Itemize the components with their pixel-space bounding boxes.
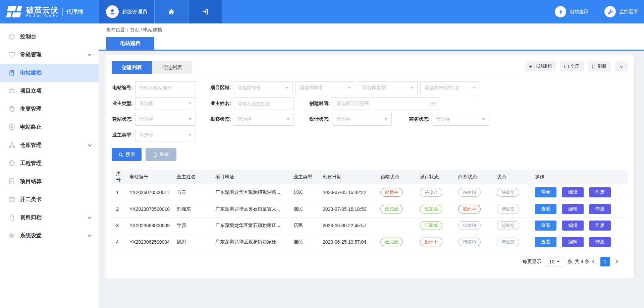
quick-link-ops-label: 监控运维 <box>619 9 638 15</box>
sidebar-item-archive[interactable]: 资料归档 <box>0 208 99 227</box>
monitor-icon <box>8 51 15 58</box>
filter-label-design-status: 设计状态: <box>309 116 330 122</box>
build-status-select[interactable]: 请选择 <box>135 113 196 126</box>
business-status-badge: 签约中 <box>458 205 481 213</box>
create-station-button[interactable]: + 电站建档 <box>525 61 556 71</box>
town-select[interactable]: 请选择村镇/街道 <box>420 81 480 94</box>
sidebar-item-warehouse[interactable]: 仓库管理 <box>0 136 99 154</box>
fullscreen-button[interactable]: 全屏 <box>560 61 584 71</box>
filter-form: 电站编号: 项目区域: 请选择省份 请选择城市 请选择县/区 请选择村镇/街道 … <box>112 81 628 161</box>
sidebar-item-card[interactable]: 开二类卡 <box>0 190 99 208</box>
filter-label-build-status: 建站状态: <box>112 116 133 122</box>
col-actions: 操作 <box>531 170 628 184</box>
filter-label-survey-status: 勘察状态: <box>211 116 231 122</box>
owner-type-select[interactable]: 请选择 <box>135 97 196 110</box>
owner-name-input[interactable] <box>233 97 294 110</box>
survey-status-select[interactable]: 请选择 <box>233 113 294 126</box>
caret-down-icon <box>286 118 290 122</box>
void-button[interactable]: 作废 <box>589 187 611 197</box>
dashboard-icon <box>8 33 15 40</box>
county-select[interactable]: 请选择县/区 <box>358 81 418 94</box>
station-no-input[interactable] <box>135 81 196 94</box>
logout-icon <box>202 8 209 15</box>
quick-link-build[interactable]: 电站建设 <box>555 0 588 23</box>
home-icon <box>168 8 175 15</box>
col-owner: 业主姓名 <box>172 170 211 184</box>
sidebar-item-project-initiation[interactable]: 项目立项 <box>0 82 99 100</box>
filter-label-business-status: 商务状态: <box>409 116 430 122</box>
filter-label-owner-name: 业主姓名: <box>211 101 231 107</box>
sidebar-item-settlement[interactable]: 项目结算 <box>0 172 99 190</box>
user-menu[interactable]: 超级管理员 <box>99 0 154 23</box>
refresh-icon <box>592 65 596 68</box>
search-button[interactable]: 搜索 <box>112 148 142 161</box>
sidebar-item-settings[interactable]: 系统设置 <box>0 227 99 245</box>
logout-button[interactable] <box>188 0 222 23</box>
sidebar-item-station-archive[interactable]: 电站建档 <box>0 64 99 82</box>
gauge-icon <box>8 160 15 167</box>
view-button[interactable]: 查看 <box>535 187 556 197</box>
sidebar-item-general[interactable]: 常规管理 <box>0 46 99 64</box>
owner-type2-select[interactable]: 请选择 <box>135 129 196 141</box>
sidebar-item-change-mgmt[interactable]: 变更管理 <box>0 100 99 118</box>
business-status-badge: 待签约 <box>458 238 481 246</box>
view-button[interactable]: 查看 <box>535 237 556 247</box>
logo-title: 破茧云伏 <box>26 6 58 14</box>
business-status-select[interactable]: 请选择 <box>432 113 489 126</box>
caret-down-icon <box>285 87 289 90</box>
pagination: 每页显示 10 条, 共 4 条 1 <box>112 257 618 266</box>
void-button[interactable]: 作废 <box>589 204 611 214</box>
tab-create-list[interactable]: 创建列表 <box>112 61 152 74</box>
logo-subtitle: Po Jian Yun Fu <box>26 14 58 18</box>
logo: 破茧云伏 Po Jian Yun Fu 代理端 <box>0 0 99 23</box>
sidebar-item-engineering[interactable]: 工程管理 <box>0 154 99 172</box>
sidebar: 控制台 常规管理 电站建档 项目立项 变更管理 电站终止 仓库管理 工程管理 项… <box>0 23 99 308</box>
caret-down-icon <box>482 118 485 122</box>
home-button[interactable] <box>154 0 188 23</box>
view-button[interactable]: 查看 <box>535 204 556 214</box>
status-badge: 待提交 <box>497 188 519 197</box>
col-type: 业主类型 <box>289 170 318 184</box>
wrench-icon <box>604 6 616 17</box>
page-number-1[interactable]: 1 <box>600 257 610 266</box>
page-tab-station-archive[interactable]: 电站建档 <box>106 37 154 50</box>
void-button[interactable]: 作废 <box>589 221 611 231</box>
top-header: 破茧云伏 Po Jian Yun Fu 代理端 超级管理员 电站建设 监控运维 <box>0 0 644 23</box>
table-row: 4 YX2023062500004 姚思 广东深圳龙华区观澜镇姚家庄... 居民… <box>112 234 628 250</box>
page-size-select[interactable]: 10 <box>545 257 564 266</box>
design-status-select[interactable]: 请选择 <box>332 113 392 126</box>
search-icon <box>118 152 123 157</box>
void-button[interactable]: 作废 <box>589 237 611 247</box>
collapse-button[interactable] <box>615 61 628 71</box>
refresh-button[interactable]: 刷新 <box>588 61 611 71</box>
survey-status-badge: 已完成 <box>380 205 403 213</box>
caret-down-icon <box>473 87 476 90</box>
survey-status-badge: 勘察中 <box>380 188 403 197</box>
edit-button[interactable]: 编辑 <box>562 221 584 231</box>
credit-card-icon <box>8 196 15 203</box>
sidebar-item-console[interactable]: 控制台 <box>0 27 99 46</box>
quick-link-ops[interactable]: 监控运维 <box>604 0 638 23</box>
view-button[interactable]: 查看 <box>535 221 556 231</box>
caret-down-icon <box>410 87 414 90</box>
col-status: 状态 <box>492 170 531 184</box>
col-no: 序号 <box>112 170 125 184</box>
col-business: 商务状态 <box>454 170 492 184</box>
next-page-button[interactable] <box>614 259 618 264</box>
province-select[interactable]: 请选择省份 <box>233 81 293 94</box>
edit-button[interactable]: 编辑 <box>562 237 584 247</box>
lightning-icon <box>555 6 566 17</box>
tab-passed-list[interactable]: 通过列表 <box>152 61 192 74</box>
edit-button[interactable]: 编辑 <box>562 187 584 197</box>
col-address: 项目地址 <box>211 170 289 184</box>
sidebar-item-station-termination[interactable]: 电站终止 <box>0 118 99 136</box>
date-range-picker[interactable]: 请选择日期范围 <box>332 97 440 110</box>
city-select[interactable]: 请选择城市 <box>296 81 355 94</box>
reset-button[interactable]: 重置 <box>146 148 176 161</box>
survey-status-badge: 已完成 <box>380 238 403 246</box>
caret-down-icon <box>189 103 192 106</box>
prev-page-button[interactable] <box>592 259 596 264</box>
edit-button[interactable]: 编辑 <box>562 204 584 214</box>
table-header-row: 序号 电站编号 业主姓名 项目地址 业主类型 创建日期 勘察状态 设计状态 商务… <box>112 170 628 184</box>
table-row: 3 YX2023063000009 学员 广东深圳龙华区黄石镇姚家庄... 居民… <box>112 217 628 234</box>
